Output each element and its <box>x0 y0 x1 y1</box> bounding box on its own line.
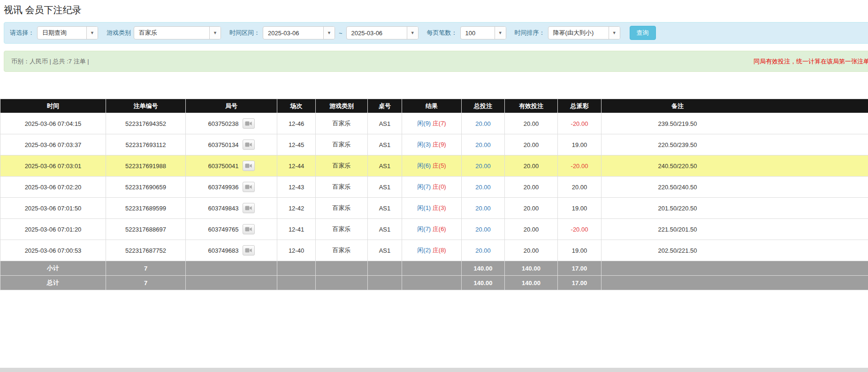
date-from-value: 2025-03-06 <box>263 27 323 39</box>
chevron-down-icon: ▼ <box>609 27 620 39</box>
subtotal-row: 小计 7 140.00 140.00 17.00 <box>0 261 868 276</box>
total-bet-cell: 20.00 <box>462 198 505 219</box>
summary-info: 币别：人民币 | 总共 :7 注单 | <box>11 57 89 66</box>
session-cell: 12-42 <box>277 198 316 219</box>
empty-cell <box>368 261 402 276</box>
total-bet-cell: 20.00 <box>462 240 505 261</box>
time-cell: 2025-03-06 07:03:01 <box>0 155 106 177</box>
col-total-bet: 总投注 <box>462 99 505 113</box>
valid-bet-cell: 20.00 <box>505 240 558 261</box>
time-cell: 2025-03-06 07:04:15 <box>0 113 106 134</box>
bet-id-cell: 522317691988 <box>106 155 186 177</box>
replay-button[interactable] <box>243 161 255 171</box>
empty-cell <box>316 276 368 290</box>
remark-cell: 220.50/239.50 <box>602 134 868 155</box>
result-cell: 闲(6) 庄(5) <box>402 155 462 177</box>
result-cell: 闲(9) 庄(7) <box>402 113 462 134</box>
table-body: 2025-03-06 07:04:15 522317694352 6037502… <box>0 113 868 261</box>
total-bet-link[interactable]: 20.00 <box>475 163 491 170</box>
total-payout: 17.00 <box>558 276 602 290</box>
filter-bar: 请选择： 日期查询 ▼ 游戏类别 百家乐 ▼ 时间区间： 2025-03-06 … <box>4 22 868 44</box>
game-type-cell: 百家乐 <box>316 198 368 219</box>
range-separator: ~ <box>339 30 343 37</box>
bet-id-cell: 522317689599 <box>106 198 186 219</box>
empty-cell <box>186 261 277 276</box>
payout-cell: 19.00 <box>558 134 602 155</box>
result-player: 闲(2) <box>417 247 431 254</box>
result-cell: 闲(7) 庄(6) <box>402 219 462 240</box>
chevron-down-icon: ▼ <box>86 27 98 39</box>
search-button[interactable]: 查询 <box>630 26 656 40</box>
session-cell: 12-41 <box>277 219 316 240</box>
valid-bet-cell: 20.00 <box>505 177 558 198</box>
table-no-cell: AS1 <box>368 155 402 177</box>
date-to-picker[interactable]: 2025-03-06 ▼ <box>346 26 419 39</box>
page-size-value: 100 <box>461 27 495 39</box>
sort-order-select[interactable]: 降幂(由大到小) ▼ <box>548 26 620 39</box>
replay-button[interactable] <box>243 245 255 256</box>
round-number: 603750238 <box>208 120 238 127</box>
date-from-picker[interactable]: 2025-03-06 ▼ <box>263 26 335 39</box>
time-cell: 2025-03-06 07:03:37 <box>0 134 106 155</box>
subtotal-total-bet: 140.00 <box>462 261 505 276</box>
total-bet-link[interactable]: 20.00 <box>475 226 491 233</box>
result-cell: 闲(2) 庄(8) <box>402 240 462 261</box>
round-cell: 603750041 <box>186 155 277 177</box>
bets-table: 时间 注单编号 局号 场次 游戏类别 桌号 结果 总投注 有效投注 总派彩 备注… <box>0 99 868 290</box>
chevron-down-icon: ▼ <box>407 27 418 39</box>
round-cell: 603750134 <box>186 134 277 155</box>
valid-bet-cell: 20.00 <box>505 219 558 240</box>
bet-id-cell: 522317688697 <box>106 219 186 240</box>
chevron-down-icon: ▼ <box>495 27 506 39</box>
table-row: 2025-03-06 07:00:53 522317687752 6037496… <box>0 240 868 261</box>
remark-cell: 239.50/219.50 <box>602 113 868 134</box>
result-cell: 闲(3) 庄(9) <box>402 134 462 155</box>
session-cell: 12-40 <box>277 240 316 261</box>
round-number: 603750134 <box>208 141 238 148</box>
empty-cell <box>402 261 462 276</box>
total-bet-cell: 20.00 <box>462 155 505 177</box>
empty-cell <box>277 261 316 276</box>
result-cell: 闲(7) 庄(0) <box>402 177 462 198</box>
remark-cell: 202.50/221.50 <box>602 240 868 261</box>
round-cell: 603749843 <box>186 198 277 219</box>
total-bet-link[interactable]: 20.00 <box>475 205 491 212</box>
empty-cell <box>602 261 868 276</box>
replay-button[interactable] <box>243 182 255 192</box>
replay-button[interactable] <box>243 118 255 129</box>
subtotal-label: 小计 <box>0 261 106 276</box>
result-player: 闲(3) <box>417 141 431 148</box>
game-type-cell: 百家乐 <box>316 155 368 177</box>
replay-button[interactable] <box>243 203 255 213</box>
round-cell: 603749936 <box>186 177 277 198</box>
payout-cell: 19.00 <box>558 240 602 261</box>
time-cell: 2025-03-06 07:00:53 <box>0 240 106 261</box>
total-bet-cell: 20.00 <box>462 219 505 240</box>
round-cell: 603750238 <box>186 113 277 134</box>
col-table-no: 桌号 <box>368 99 402 113</box>
round-number: 603749765 <box>208 226 238 233</box>
summary-notice: 同局有效投注，统一计算在该局第一张注单 <box>754 57 868 66</box>
payout-cell: -20.00 <box>558 155 602 177</box>
total-bet-link[interactable]: 20.00 <box>475 141 491 148</box>
total-bet-link[interactable]: 20.00 <box>475 120 491 127</box>
result-player: 闲(7) <box>417 225 431 232</box>
page-size-select[interactable]: 100 ▼ <box>460 26 506 39</box>
game-type-cell: 百家乐 <box>316 219 368 240</box>
col-game-type: 游戏类别 <box>316 99 368 113</box>
result-banker: 庄(5) <box>433 162 446 169</box>
total-bet-link[interactable]: 20.00 <box>475 184 491 191</box>
game-type-cell: 百家乐 <box>316 113 368 134</box>
remark-cell: 221.50/201.50 <box>602 219 868 240</box>
replay-button[interactable] <box>243 224 255 234</box>
bets-table-wrap: 时间 注单编号 局号 场次 游戏类别 桌号 结果 总投注 有效投注 总派彩 备注… <box>0 99 868 290</box>
game-type-label: 游戏类别 <box>107 29 131 37</box>
empty-cell <box>186 276 277 290</box>
time-cell: 2025-03-06 07:02:20 <box>0 177 106 198</box>
result-banker: 庄(7) <box>433 120 446 127</box>
replay-button[interactable] <box>243 140 255 150</box>
game-type-select[interactable]: 百家乐 ▼ <box>134 26 221 39</box>
query-type-select[interactable]: 日期查询 ▼ <box>37 26 98 39</box>
col-bet-id: 注单编号 <box>106 99 186 113</box>
total-bet-link[interactable]: 20.00 <box>475 247 491 254</box>
